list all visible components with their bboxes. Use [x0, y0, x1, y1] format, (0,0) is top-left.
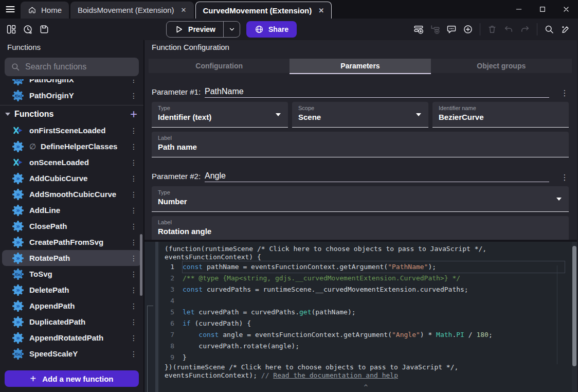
- kebab-menu-icon[interactable]: ⋮: [129, 206, 138, 215]
- undo-button: [501, 22, 516, 37]
- function-item-closepath[interactable]: »ClosePath⋮: [0, 218, 143, 234]
- parameter-name-input[interactable]: PathName: [205, 87, 549, 98]
- preview-button[interactable]: Preview: [166, 21, 240, 38]
- function-item-addcubiccurve[interactable]: »AddCubicCurve⋮: [0, 170, 143, 186]
- dropdown-scope[interactable]: ScopeScene: [292, 102, 428, 128]
- documentation-link[interactable]: Read the documentation and help: [273, 371, 398, 379]
- kebab-menu-icon[interactable]: ⋮: [129, 334, 138, 342]
- sidebar-scrollbar[interactable]: [140, 234, 142, 296]
- history-button[interactable]: [20, 22, 35, 37]
- search-functions-input[interactable]: [25, 62, 128, 72]
- project-manager-button[interactable]: [4, 22, 19, 37]
- code-line-6[interactable]: 6if (curvedPath) {: [160, 318, 572, 329]
- code-line-1[interactable]: 1const pathName = eventsFunctionContext.…: [160, 261, 572, 273]
- add-subevent-button: [427, 22, 443, 37]
- kebab-menu-icon[interactable]: ⋮: [129, 350, 138, 358]
- add-function-icon[interactable]: +: [130, 109, 137, 119]
- close-tab-icon[interactable]: ✕: [318, 7, 324, 14]
- code-header[interactable]: (function(runtimeScene /* Click here to …: [160, 242, 572, 261]
- preview-dropdown-button[interactable]: [223, 21, 240, 38]
- line-content: /** @type {Map<string, gdjs.__curvedMove…: [183, 273, 565, 284]
- function-item-addline[interactable]: »AddLine⋮: [0, 202, 143, 218]
- kebab-menu-icon[interactable]: ⋮: [129, 190, 138, 199]
- expression-function-icon: f(x): [12, 348, 24, 360]
- preview-button-main[interactable]: Preview: [167, 25, 223, 34]
- kebab-menu-icon[interactable]: ⋮: [129, 174, 138, 183]
- dropdown-type[interactable]: TypeIdentifier (text): [152, 102, 288, 128]
- sidebar-section-functions[interactable]: Functions+: [0, 105, 143, 122]
- code-scrollbar[interactable]: [572, 246, 576, 366]
- edit-button[interactable]: [558, 22, 573, 37]
- field-label: Label: [158, 135, 563, 141]
- event-drag-handle[interactable]: [155, 242, 158, 392]
- code-lines[interactable]: 1const pathName = eventsFunctionContext.…: [160, 261, 572, 363]
- kebab-menu-icon[interactable]: ⋮: [129, 92, 138, 100]
- function-item-createpathfromsvg[interactable]: »CreatePathFromSvg⋮: [0, 234, 143, 250]
- code-line-3[interactable]: 3const curvedPaths = runtimeScene.__curv…: [160, 284, 572, 295]
- function-item-definehelperclasses[interactable]: »∅DefineHelperClasses⋮: [0, 138, 143, 154]
- code-line-2[interactable]: 2/** @type {Map<string, gdjs.__curvedMov…: [160, 273, 572, 284]
- play-icon: [174, 25, 184, 34]
- main-menu-button[interactable]: [0, 0, 21, 19]
- window-tabs: HomeBoidsMovement (Extension)✕CurvedMove…: [21, 0, 333, 19]
- window-tab-curvedmovement-extension[interactable]: CurvedMovement (Extension)✕: [195, 2, 332, 19]
- edit-icon: [561, 24, 571, 34]
- code-line-4[interactable]: 4: [160, 295, 572, 307]
- parameter-kebab-menu-icon[interactable]: ⋮: [561, 173, 569, 182]
- function-item-deletepath[interactable]: »DeletePath⋮: [0, 282, 143, 298]
- parameter-kebab-menu-icon[interactable]: ⋮: [561, 88, 569, 98]
- function-item-tosvg[interactable]: f(x)ToSvg⋮: [0, 266, 143, 282]
- function-item-onsceneloaded[interactable]: onSceneLoaded⋮: [0, 154, 143, 170]
- input-identifier-name[interactable]: Identifier nameBezierCurve: [432, 102, 569, 128]
- kebab-menu-icon[interactable]: ⋮: [129, 254, 138, 262]
- code-line-7[interactable]: 7 const angle = eventsFunctionContext.ge…: [160, 329, 572, 341]
- kebab-menu-icon[interactable]: ⋮: [129, 238, 138, 246]
- tab-configuration[interactable]: Configuration: [149, 59, 290, 73]
- function-item-label: DefineHelperClasses: [41, 142, 129, 151]
- input-label[interactable]: LabelRotation angle: [152, 216, 569, 240]
- function-item-appendpath[interactable]: »AppendPath⋮: [0, 298, 143, 314]
- function-item-rotatepath[interactable]: »RotatePath⋮: [2, 250, 141, 266]
- function-item-duplicatedpath[interactable]: »DuplicatedPath⋮: [0, 314, 143, 330]
- action-function-icon: »: [12, 284, 24, 296]
- code-line-8[interactable]: 8 curvedPath.rotate(angle);: [160, 341, 572, 352]
- code-line-9[interactable]: 9}: [160, 352, 572, 363]
- kebab-menu-icon[interactable]: ⋮: [129, 318, 138, 326]
- minimize-window-button[interactable]: [507, 0, 531, 19]
- tab-object-groups[interactable]: Object groups: [431, 59, 572, 73]
- kebab-menu-icon[interactable]: ⋮: [129, 222, 138, 230]
- search-button[interactable]: [541, 22, 557, 37]
- kebab-menu-icon[interactable]: ⋮: [129, 286, 138, 294]
- plus-icon: +: [30, 373, 36, 385]
- add-event-button[interactable]: [411, 22, 426, 37]
- function-item-pathoriginy[interactable]: f(x)PathOriginY⋮: [0, 87, 143, 103]
- function-item-onfirstsceneloaded[interactable]: onFirstSceneLoaded⋮: [0, 122, 143, 138]
- parameter-name-input[interactable]: Angle: [205, 171, 549, 182]
- function-item-addsmoothcubiccurve[interactable]: »AddSmoothCubicCurve⋮: [0, 186, 143, 202]
- kebab-menu-icon[interactable]: ⋮: [129, 127, 138, 135]
- code-line-5[interactable]: 5let curvedPath = curvedPaths.get(pathNa…: [160, 307, 572, 318]
- share-button[interactable]: Share: [246, 21, 297, 38]
- function-item-appendrotatedpath[interactable]: »AppendRotatedPath⋮: [0, 330, 143, 346]
- kebab-menu-icon[interactable]: ⋮: [129, 270, 138, 278]
- window-tab-boidsmovement-extension[interactable]: BoidsMovement (Extension)✕: [70, 2, 194, 19]
- close-window-button[interactable]: [554, 0, 578, 19]
- close-tab-icon[interactable]: ✕: [181, 6, 187, 14]
- save-button[interactable]: [37, 22, 52, 37]
- window-tab-home[interactable]: Home: [21, 2, 69, 19]
- maximize-window-button[interactable]: [531, 0, 554, 19]
- add-event-circle-button[interactable]: [460, 22, 476, 37]
- add-new-function-button[interactable]: + Add a new function: [5, 370, 139, 387]
- tab-parameters[interactable]: Parameters: [290, 59, 430, 73]
- js-code-editor[interactable]: (function(runtimeScene /* Click here to …: [160, 242, 572, 392]
- kebab-menu-icon[interactable]: ⋮: [129, 302, 138, 310]
- collapse-editor-button[interactable]: ^: [364, 383, 368, 391]
- kebab-menu-icon[interactable]: ⋮: [129, 142, 138, 151]
- function-item-speedscaley[interactable]: f(x)SpeedScaleY⋮: [0, 346, 143, 362]
- input-label[interactable]: LabelPath name: [152, 132, 569, 157]
- add-comment-button[interactable]: [444, 22, 459, 37]
- search-functions-box[interactable]: [5, 58, 139, 76]
- dropdown-type[interactable]: TypeNumber: [152, 186, 569, 212]
- kebab-menu-icon[interactable]: ⋮: [129, 158, 138, 167]
- line-content: }: [183, 352, 565, 363]
